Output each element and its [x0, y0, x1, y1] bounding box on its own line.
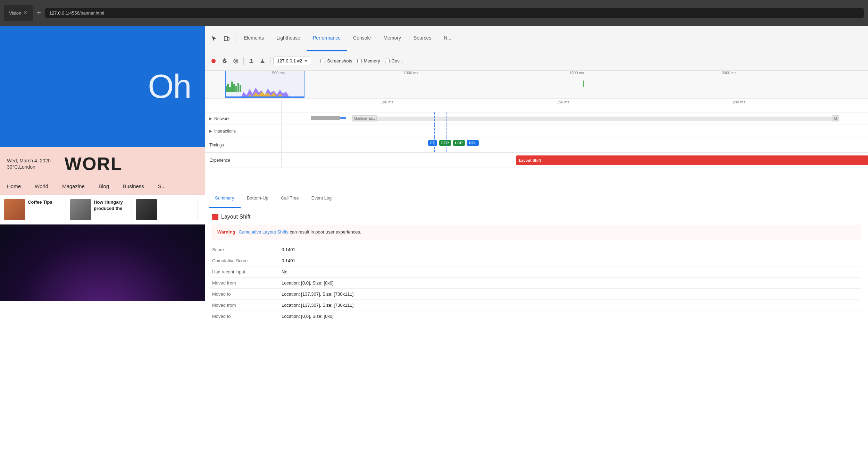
timeline-minimap[interactable]: 500 ms 1000 ms 1500 ms 2000 ms — [205, 71, 868, 99]
ruler-150ms: 150 ms — [557, 100, 569, 104]
data-label-moved-to-1: Moved to — [212, 291, 275, 297]
address-bar[interactable]: 127.0.0.1:4556/banner.html — [45, 8, 864, 18]
banner-text: Oh — [148, 67, 191, 105]
track-name-network: Network — [214, 116, 229, 121]
nav-blog[interactable]: Blog — [99, 183, 109, 189]
track-label-network[interactable]: ▶ Network — [205, 112, 282, 125]
dropdown-arrow-icon: ▾ — [305, 58, 307, 63]
profile-selector[interactable]: 127.0.0.1 #2 ▾ — [273, 57, 311, 65]
tab-n[interactable]: N... — [437, 26, 458, 51]
tab-call-tree[interactable]: Call Tree — [275, 189, 305, 208]
concert-image — [0, 224, 205, 301]
track-name-timings: Timings — [209, 143, 224, 147]
tab-memory[interactable]: Memory — [377, 26, 407, 51]
clear-button[interactable] — [231, 56, 241, 66]
device-icon-button[interactable] — [220, 32, 233, 45]
article-item-coffee[interactable]: Coffee Tips — [0, 199, 66, 220]
time-marker-1500: 1500 ms — [569, 71, 584, 75]
download-button[interactable] — [258, 56, 267, 66]
bottom-tabs: Summary Bottom-Up Call Tree Event Log — [205, 189, 868, 208]
data-label-moved-from-2: Moved from — [212, 303, 275, 308]
nav-business[interactable]: Business — [123, 183, 144, 189]
memory-checkbox-group: Memory — [357, 58, 380, 63]
coverage-checkbox-group: Cov... — [385, 58, 403, 63]
data-value-moved-from-2: Location: [137,307], Size: [730x111] — [282, 303, 353, 308]
track-label-interactions[interactable]: ▶ Interactions — [205, 125, 282, 137]
layout-shift-title: Layout Shift — [221, 214, 251, 220]
track-content-timings: FP FCP LCP DCL — [282, 137, 868, 152]
nav-world[interactable]: World — [35, 183, 48, 189]
article-thumb-hungary — [70, 199, 91, 220]
tab-close-button[interactable]: ✕ — [23, 10, 28, 16]
tab-performance[interactable]: Performance — [307, 26, 347, 51]
track-content-experience: Layout Shift — [282, 153, 868, 168]
new-tab-button[interactable]: + — [35, 8, 42, 18]
upload-button[interactable] — [247, 56, 256, 66]
data-row-moved-from-2: Moved from Location: [137,307], Size: [7… — [212, 300, 861, 311]
flame-chart-container[interactable]: ▶ Network Montserrat... M — [205, 112, 868, 189]
data-label-score: Score — [212, 247, 275, 252]
badge-lcp: LCP — [453, 140, 465, 146]
webpage-preview: Oh Wed, March 4, 2020 30°C,London WORL H… — [0, 26, 205, 475]
main-layout: Oh Wed, March 4, 2020 30°C,London WORL H… — [0, 26, 868, 475]
screenshots-checkbox[interactable] — [320, 59, 325, 63]
article-item-3 — [132, 199, 198, 220]
data-row-cumulative-score: Cumulative Score 0.1401 — [212, 255, 861, 266]
bottom-devtools: Summary Bottom-Up Call Tree Event Log La… — [205, 189, 868, 475]
devtools-tab-bar: Elements Lighthouse Performance Console … — [205, 26, 868, 51]
tab-lighthouse[interactable]: Lighthouse — [270, 26, 307, 51]
viewport-selection[interactable] — [225, 71, 304, 98]
article-grid: Coffee Tips How Hungary produced the — [0, 195, 205, 224]
tab-sources[interactable]: Sources — [407, 26, 437, 51]
article-title-coffee: Coffee Tips — [28, 199, 52, 205]
timeline-area: 500 ms 1000 ms 1500 ms 2000 ms — [205, 71, 868, 112]
tab-bottom-up[interactable]: Bottom-Up — [241, 189, 275, 208]
pink-header: Wed, March 4, 2020 30°C,London WORL — [0, 147, 205, 178]
layout-shift-bar[interactable]: Layout Shift — [516, 155, 868, 165]
article-thumb-coffee — [4, 199, 25, 220]
data-value-moved-from-1: Location: [0,0], Size: [0x0] — [282, 280, 334, 286]
banner-section: Oh — [0, 26, 205, 147]
warning-label: Warning — [217, 229, 235, 235]
record-button[interactable] — [209, 56, 218, 66]
toolbar-separator-1 — [243, 57, 244, 65]
tab-elements[interactable]: Elements — [237, 26, 270, 51]
track-name-interactions: Interactions — [214, 129, 236, 134]
memory-checkbox[interactable] — [357, 59, 362, 63]
cursor-icon-button[interactable] — [208, 32, 220, 45]
world-title: WORL — [65, 153, 123, 174]
timeline-scrubber[interactable] — [225, 96, 304, 98]
toolbar-separator-2 — [270, 57, 270, 65]
screenshots-label: Screenshots — [327, 58, 352, 63]
warning-link[interactable]: Cumulative Layout Shifts — [239, 229, 289, 235]
nav-more[interactable]: S... — [158, 183, 166, 189]
article-title-hungary: How Hungary produced the — [94, 199, 127, 212]
data-row-moved-to-1: Moved to Location: [137,307], Size: [730… — [212, 289, 861, 300]
badge-fp: FP — [428, 140, 437, 146]
devtools-toolbar: 127.0.0.1 #2 ▾ Screenshots Memory Cov... — [205, 51, 868, 71]
nav-home[interactable]: Home — [7, 183, 21, 189]
data-value-cumulative-score: 0.1401 — [282, 258, 295, 263]
coverage-checkbox[interactable] — [385, 59, 390, 63]
devtools-panel: Elements Lighthouse Performance Console … — [205, 26, 868, 475]
ruler-100ms: 100 ms — [381, 100, 393, 104]
track-timings: Timings FP FCP LCP DCL — [205, 137, 868, 153]
reload-button[interactable] — [220, 56, 229, 66]
track-label-timings[interactable]: Timings — [205, 137, 282, 152]
details-panel: Layout Shift Warning Cumulative Layout S… — [205, 208, 868, 475]
tab-console[interactable]: Console — [347, 26, 377, 51]
browser-tab[interactable]: Vision ✕ — [4, 5, 33, 21]
track-content-network: Montserrat... M — [282, 112, 868, 125]
track-network: ▶ Network Montserrat... M — [205, 112, 868, 125]
track-label-experience[interactable]: Experience — [205, 153, 282, 168]
tab-summary[interactable]: Summary — [209, 189, 241, 208]
nav-magazine[interactable]: Magazine — [62, 183, 85, 189]
toolbar-separator-3 — [314, 57, 314, 65]
svg-point-2 — [211, 59, 216, 63]
article-item-hungary[interactable]: How Hungary produced the — [66, 199, 132, 220]
data-value-recent-input: No — [282, 269, 287, 274]
tab-event-log[interactable]: Event Log — [305, 189, 338, 208]
data-label-moved-from-1: Moved from — [212, 280, 275, 286]
tab-separator — [235, 34, 235, 43]
layout-shift-header: Layout Shift — [212, 214, 861, 220]
